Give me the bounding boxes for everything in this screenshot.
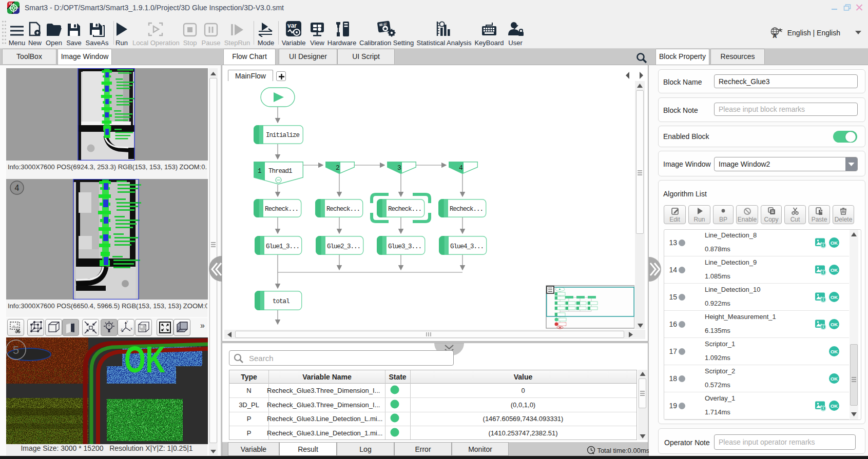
- svg-text:S3: S3: [9, 2, 12, 5]
- svg-text:2: 2: [336, 164, 340, 172]
- svg-text:OK: OK: [831, 322, 838, 327]
- svg-text:Thread1: Thread1: [268, 168, 292, 175]
- svg-text:OK: OK: [831, 349, 838, 354]
- svg-text:5: 5: [13, 344, 19, 356]
- svg-text:Recheck...: Recheck...: [265, 206, 298, 213]
- svg-text:OK: OK: [831, 376, 838, 382]
- svg-text:Recheck...: Recheck...: [450, 206, 483, 213]
- svg-text:var: var: [287, 22, 297, 29]
- svg-text:Recheck...: Recheck...: [326, 206, 360, 213]
- svg-text:OK: OK: [831, 267, 838, 273]
- svg-text:Y: Y: [126, 320, 128, 323]
- svg-text:1: 1: [258, 168, 262, 175]
- svg-text:Recheck...: Recheck...: [388, 206, 421, 213]
- svg-text:Glue4_3...: Glue4_3...: [450, 243, 484, 250]
- svg-text:A: A: [773, 33, 777, 39]
- svg-text:OK: OK: [831, 403, 838, 409]
- svg-text:Glue1_3...: Glue1_3...: [266, 243, 299, 250]
- svg-text:OK: OK: [124, 339, 165, 380]
- svg-text:Glue2_3...: Glue2_3...: [327, 243, 360, 250]
- svg-text:OK: OK: [831, 294, 838, 300]
- svg-text:Initialize: Initialize: [266, 132, 300, 139]
- svg-text:Z: Z: [121, 328, 123, 331]
- svg-text:OK: OK: [831, 240, 838, 246]
- svg-text:4: 4: [15, 184, 20, 192]
- svg-text:X: X: [130, 327, 132, 330]
- svg-text:total: total: [273, 298, 290, 305]
- svg-text:Glue3_3...: Glue3_3...: [388, 243, 421, 250]
- svg-text:4: 4: [459, 164, 463, 172]
- svg-text:3: 3: [397, 164, 401, 172]
